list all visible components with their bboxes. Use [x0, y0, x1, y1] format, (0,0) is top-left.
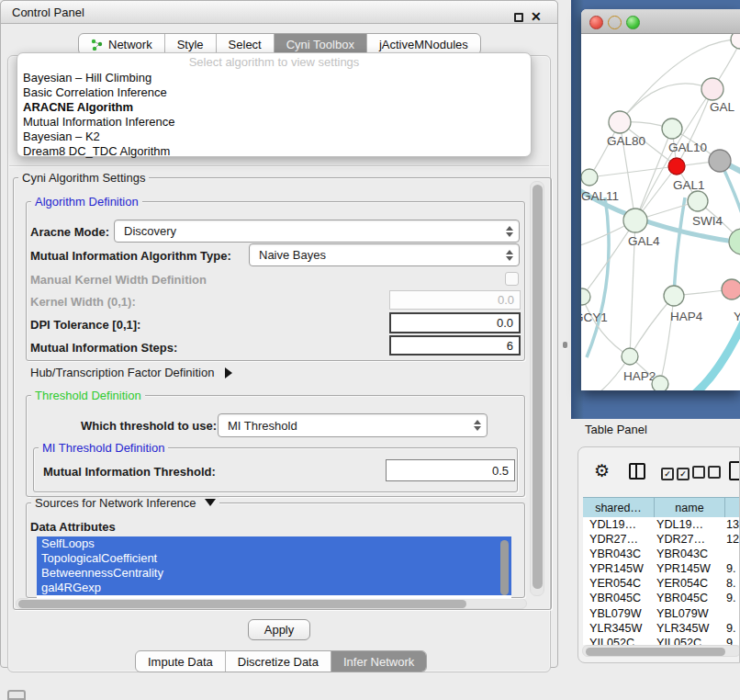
- aracne-mode-select[interactable]: Discovery: [114, 220, 520, 243]
- algorithm-list: Bayesian – Hill Climbing Basic Correlati…: [21, 71, 527, 159]
- column-header-name[interactable]: name: [655, 497, 725, 519]
- column-header-partial[interactable]: [725, 497, 740, 519]
- network-node-gal1[interactable]: [668, 158, 685, 175]
- network-node-hap4[interactable]: [664, 286, 684, 306]
- tab-style[interactable]: Style: [164, 34, 216, 54]
- column-view-icon[interactable]: [629, 463, 645, 482]
- table-row[interactable]: YBR043CYBR043C: [583, 547, 740, 561]
- corner-widget[interactable]: [7, 690, 26, 700]
- network-node-label: SWI4: [692, 214, 723, 228]
- network-node-gal10[interactable]: [662, 119, 682, 139]
- table-row[interactable]: YPR145WYPR145W9.: [583, 561, 740, 576]
- mi-threshold-title: MI Threshold Definition: [39, 442, 168, 454]
- tab-jactivemnodules[interactable]: jActiveMNodules: [366, 34, 480, 54]
- apply-button[interactable]: Apply: [248, 619, 310, 640]
- table-row[interactable]: YDL19…YDL19…13: [583, 517, 740, 532]
- algorithm-option-selected[interactable]: ARACNE Algorithm: [21, 100, 527, 115]
- settings-horizontal-scrollbar[interactable]: [16, 598, 527, 609]
- mi-type-select[interactable]: Naive Bayes: [249, 243, 520, 266]
- close-traffic-light[interactable]: [589, 16, 603, 29]
- algorithm-option[interactable]: Basic Correlation Inference: [21, 85, 527, 100]
- splitter-handle[interactable]: [563, 342, 567, 348]
- network-node[interactable]: [709, 150, 731, 172]
- attribute-item[interactable]: SelfLoops: [37, 536, 511, 551]
- network-graph[interactable]: GALGAL80GAL10GAL1GAL11SWI4GAL4GCY1HAP4YH…: [581, 34, 740, 390]
- network-node-label: HAP4: [670, 310, 703, 323]
- network-window-titlebar[interactable]: [581, 9, 740, 34]
- column-header-shared-name[interactable]: shared…: [583, 497, 655, 519]
- data-attributes-label: Data Attributes: [30, 520, 116, 534]
- network-edge[interactable]: [674, 198, 685, 296]
- table-cell: YBL079W: [589, 606, 652, 621]
- attributes-scrollbar-thumb[interactable]: [500, 540, 509, 595]
- mi-steps-input[interactable]: 6: [389, 335, 521, 356]
- which-threshold-select[interactable]: MI Threshold: [218, 413, 488, 437]
- table-row[interactable]: YIL052CYIL052C9: [583, 636, 740, 645]
- screen: Control Panel ✕ Network Style Select Cyn…: [0, 0, 740, 700]
- network-node[interactable]: [731, 34, 740, 49]
- select-all-icon[interactable]: ✓✓: [661, 466, 692, 480]
- attribute-item[interactable]: gal4RGexp: [37, 581, 511, 595]
- algorithm-option[interactable]: Bayesian – K2: [21, 130, 527, 144]
- network-canvas[interactable]: GALGAL80GAL10GAL1GAL11SWI4GAL4GCY1HAP4YH…: [581, 34, 740, 390]
- table-cell: YDL19…: [589, 517, 652, 532]
- hub-definition-expander[interactable]: Hub/Transcription Factor Definition: [30, 366, 232, 379]
- tab-cyni-toolbox[interactable]: Cyni Toolbox: [274, 34, 366, 54]
- network-node-gcy1[interactable]: [581, 288, 590, 305]
- network-node-gal80[interactable]: [609, 111, 631, 133]
- kernel-width-input[interactable]: 0.0: [389, 290, 521, 310]
- data-attributes-list: SelfLoops TopologicalCoefficient Between…: [37, 536, 511, 598]
- table-row[interactable]: YLR345WYLR345W9.: [583, 621, 740, 636]
- table-row[interactable]: YDR27…YDR27…12: [583, 532, 740, 547]
- algorithm-option[interactable]: Bayesian – Hill Climbing: [21, 71, 527, 85]
- mi-threshold-input[interactable]: 0.5: [386, 459, 515, 481]
- network-edge[interactable]: [620, 84, 712, 122]
- settings-vertical-scrollbar-thumb[interactable]: [533, 185, 543, 589]
- bottom-tabbar: Impute Data Discretize Data Infer Networ…: [135, 650, 427, 672]
- network-node[interactable]: [729, 229, 740, 254]
- network-node-label: GAL10: [668, 141, 707, 154]
- cyni-settings-group-title: Cyni Algorithm Settings: [18, 172, 149, 184]
- algorithm-option[interactable]: Mutual Information Inference: [21, 115, 527, 130]
- deselect-all-icon[interactable]: [692, 466, 723, 481]
- network-node-swi4[interactable]: [688, 191, 708, 211]
- network-icon: [91, 39, 103, 51]
- zoom-traffic-light[interactable]: [626, 16, 640, 29]
- network-node-label: GAL11: [581, 189, 619, 203]
- table-row[interactable]: YBL079WYBL079W: [583, 606, 740, 621]
- network-node-hap2[interactable]: [622, 348, 638, 365]
- sources-group-title[interactable]: Sources for Network Inference: [31, 497, 219, 509]
- tab-select[interactable]: Select: [216, 34, 274, 54]
- network-edge[interactable]: [587, 198, 609, 357]
- algorithm-option[interactable]: Dream8 DC_TDC Algorithm: [21, 144, 527, 159]
- table-horizontal-scrollbar-thumb[interactable]: [586, 648, 725, 656]
- attribute-item[interactable]: TopologicalCoefficient: [37, 551, 511, 566]
- settings-vertical-scrollbar[interactable]: [530, 181, 544, 596]
- table-horizontal-scrollbar[interactable]: [582, 645, 740, 657]
- manual-kernel-checkbox[interactable]: [505, 272, 519, 286]
- minimize-traffic-light[interactable]: [608, 16, 622, 29]
- dpi-tolerance-value: 0.0: [497, 316, 513, 330]
- network-node-gal11[interactable]: [581, 169, 598, 186]
- settings-horizontal-scrollbar-thumb[interactable]: [18, 600, 466, 608]
- close-icon[interactable]: ✕: [531, 10, 542, 23]
- attribute-item[interactable]: BetweennessCentrality: [37, 566, 511, 581]
- gear-icon[interactable]: ⚙: [594, 460, 610, 481]
- table-row[interactable]: YBR045CYBR045C9.: [583, 591, 740, 605]
- file-icon[interactable]: [729, 461, 740, 483]
- mi-threshold-value: 0.5: [492, 464, 509, 478]
- tab-discretize-data[interactable]: Discretize Data: [225, 651, 331, 672]
- dpi-tolerance-label: DPI Tolerance [0,1]:: [30, 318, 140, 332]
- network-node-y[interactable]: [722, 279, 740, 299]
- float-window-icon[interactable]: [514, 13, 523, 22]
- tab-impute-data[interactable]: Impute Data: [136, 651, 225, 672]
- tab-network[interactable]: Network: [79, 34, 164, 54]
- table-row[interactable]: YER054CYER054C8.: [583, 576, 740, 591]
- dpi-tolerance-input[interactable]: 0.0: [389, 312, 521, 333]
- tab-infer-network[interactable]: Infer Network: [331, 651, 426, 672]
- network-node[interactable]: [652, 376, 668, 390]
- algorithm-dropdown-popup: Select algorithm to view settings Bayesi…: [17, 52, 532, 157]
- network-node-gal[interactable]: [701, 78, 723, 100]
- network-edge[interactable]: [589, 166, 677, 177]
- network-node-gal4[interactable]: [623, 209, 647, 232]
